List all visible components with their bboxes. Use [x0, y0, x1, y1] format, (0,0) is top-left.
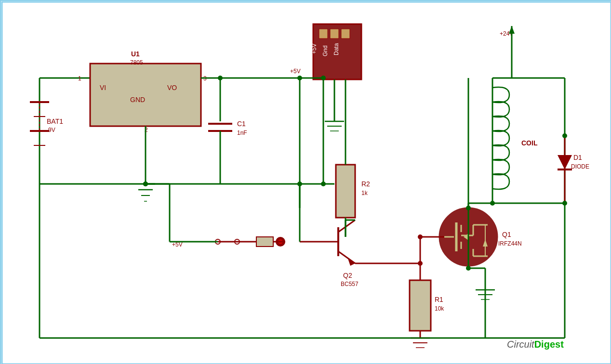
svg-text:DIODE: DIODE	[571, 163, 589, 170]
svg-rect-36	[319, 29, 328, 39]
svg-text:7805: 7805	[130, 59, 143, 66]
svg-text:1k: 1k	[361, 190, 368, 196]
brand-label: CircuitDigest	[507, 339, 564, 350]
svg-text:10k: 10k	[435, 305, 444, 312]
svg-text:COIL: COIL	[521, 139, 538, 147]
svg-text:Q2: Q2	[343, 272, 352, 279]
svg-text:VO: VO	[167, 84, 177, 91]
svg-point-150	[143, 182, 148, 186]
svg-text:+5V: +5V	[311, 43, 318, 54]
svg-text:U1: U1	[131, 50, 140, 58]
svg-point-145	[418, 261, 423, 266]
svg-text:Data: Data	[333, 43, 340, 55]
svg-point-131	[562, 201, 567, 206]
svg-rect-52	[336, 165, 355, 218]
svg-point-51	[321, 76, 326, 80]
svg-rect-10	[90, 64, 201, 126]
svg-point-129	[490, 201, 495, 206]
svg-rect-1	[2, 2, 611, 364]
svg-text:D1: D1	[573, 154, 582, 161]
svg-rect-68	[256, 237, 273, 247]
svg-rect-37	[330, 29, 339, 39]
svg-point-34	[218, 76, 223, 80]
svg-text:+5V: +5V	[290, 68, 301, 75]
svg-rect-38	[341, 29, 350, 39]
svg-text:GND: GND	[130, 96, 145, 104]
svg-text:IRFZ44N: IRFZ44N	[498, 240, 522, 247]
svg-text:R1: R1	[435, 296, 443, 303]
bat1-sublabel: 9V	[48, 127, 55, 133]
svg-text:VI: VI	[100, 84, 106, 91]
svg-text:1nF: 1nF	[237, 130, 247, 136]
svg-text:R2: R2	[361, 180, 370, 188]
svg-text:1: 1	[78, 75, 81, 82]
svg-rect-98	[410, 280, 431, 331]
svg-point-146	[418, 234, 423, 239]
svg-text:C1: C1	[237, 120, 246, 128]
bat1-label: BAT1	[47, 117, 63, 125]
svg-point-149	[321, 182, 326, 186]
svg-text:Q1: Q1	[502, 231, 511, 238]
circuit-diagram: BAT1 9V VI VO GND 1 3 2 U1 7805 +5V	[0, 0, 611, 364]
svg-text:BC557: BC557	[341, 281, 359, 287]
svg-text:Gnd: Gnd	[322, 45, 329, 56]
svg-point-130	[562, 133, 567, 138]
